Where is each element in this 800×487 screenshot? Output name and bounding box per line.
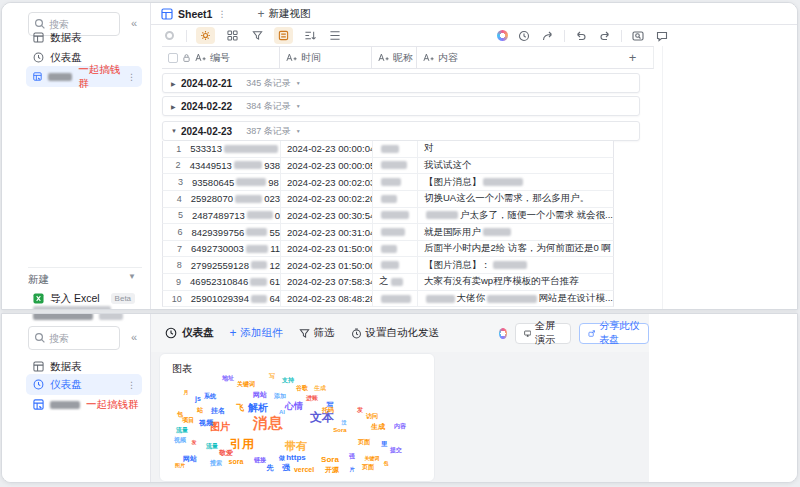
more-icon[interactable]: ⋮ [127,72,136,82]
row-layout-icon[interactable] [274,27,293,44]
sidebar-item-group-table[interactable]: 一起搞钱群 [26,394,142,415]
time-cell: 2024-02-23 00:02:20 [281,191,373,207]
sidebar-item-label: 一起搞钱群 [78,63,121,91]
caret-down-icon[interactable]: ▼ [171,128,181,134]
ai-magic-icon[interactable] [499,328,507,339]
filter-icon[interactable] [249,28,265,44]
sidebar-item-label: 数据表 [50,31,82,45]
table-row[interactable]: 5248748971302024-02-23 00:30:54户太多了，随便一个… [162,208,614,225]
bitable-icon [33,71,42,82]
table-row[interactable]: 68429399756552024-02-23 00:31:04就是国际用户 [162,224,614,241]
caret-right-icon[interactable]: ▶ [171,80,181,87]
search-icon [34,332,46,344]
chevron-down-icon[interactable]: ▼ [128,272,136,281]
grid-main: Sheet1 ⋮ + 新建视图 [151,3,797,309]
time-cell: 2024-02-23 00:00:05 [281,158,373,174]
nickname-cell [373,208,418,224]
table-row[interactable]: 2434495139382024-02-23 00:00:05我试试这个 [162,158,614,175]
text-field-type-icon [378,53,389,62]
add-widget-button[interactable]: + 添加组件 [230,326,283,340]
nickname-cell: 之 [373,274,418,290]
column-header[interactable]: 时间 [301,51,321,65]
wordcloud-word: AI [279,409,285,415]
table-row[interactable]: 76492730003112024-02-23 01:50:00后面半小时内是2… [162,241,614,258]
fullscreen-button[interactable]: 全屏演示 [515,323,571,344]
search-in-table-icon[interactable] [630,28,646,44]
table-row[interactable]: 1025901029394642024-02-23 08:48:28大佬你网站是… [162,291,614,308]
table-row[interactable]: 393580645982024-02-23 00:02:03【图片消息】 [162,174,614,191]
caret-down-icon[interactable]: ▼ [296,80,301,86]
nickname-cell [373,191,418,207]
divider [186,30,187,42]
undo-icon[interactable] [573,28,589,44]
sidebar-item-dashboard[interactable]: 仪表盘 ⋮ [26,374,142,395]
wordcloud-word: 内容 [394,423,406,429]
comment-icon[interactable] [654,28,670,44]
wordcloud-word: 网站 [253,391,267,398]
time-cell: 2024-02-23 00:31:04 [281,224,373,240]
column-header[interactable]: 昵称 [393,51,413,65]
select-all-checkbox[interactable] [168,53,178,63]
search-input[interactable] [49,327,117,349]
sidebar-item-datatable[interactable]: 数据表 [26,27,142,48]
caret-right-icon[interactable]: ▶ [171,103,181,110]
new-view-button[interactable]: + 新建视图 [257,7,310,21]
table-row[interactable]: 827992559128122024-02-23 01:50:00【图片消息】： [162,257,614,274]
grid-view-icon [161,8,173,20]
tab-sheet1[interactable]: Sheet1 [178,8,212,20]
wordcloud-word: 写 [269,373,275,379]
cell-text: 网站是在设计模... [539,292,613,305]
wordcloud-chart-card[interactable]: 图表 消息文本引用带有图片解析心情httpsSora挂名飞AI网站关键词地址写支… [159,353,435,482]
table-row[interactable]: 946952310846612024-02-23 07:58:34之大家有没有卖… [162,274,614,291]
text-field-type-icon [195,53,206,62]
cell-text: 之 [379,275,389,288]
sidebar-item-group-table[interactable]: 一起搞钱群 ⋮ [26,66,142,87]
table-row[interactable]: 15333132024-02-23 00:00:04对 [162,141,614,158]
caret-down-icon[interactable]: ▼ [296,103,301,109]
wordcloud-word: vercel [294,466,314,473]
sort-icon[interactable] [302,28,318,44]
redacted-text [381,211,409,219]
wordcloud-word: 敬爱 [219,449,233,456]
cell-text: 46952310846 [190,276,248,287]
auto-send-button[interactable]: 设置自动化发送 [351,326,440,340]
column-header[interactable]: 编号 [210,51,230,65]
ai-magic-icon[interactable] [497,30,508,41]
redacted-text [246,245,268,253]
group-band[interactable]: ▶2024-02-22384 条记录▼ [162,96,640,116]
lock-icon [182,53,191,63]
share-dashboard-button[interactable]: 分享此仪表盘 [579,323,649,344]
add-field-button[interactable]: + [612,46,654,69]
send-arrow-icon[interactable] [540,28,556,44]
field-config-icon[interactable] [196,27,215,44]
wordcloud-word: 没 [342,420,347,425]
view-toggle-icon[interactable] [161,28,177,44]
redacted-text [247,211,273,219]
table-row[interactable]: 4259280700232024-02-23 00:02:20切换UA这么一个小… [162,191,614,208]
row-height-icon[interactable] [327,28,343,44]
redacted-text [50,401,80,409]
redacted-text [483,228,511,236]
group-band[interactable]: ▶2024-02-21345 条记录▼ [162,73,640,93]
collapse-sidebar-icon[interactable]: « [131,331,137,343]
group-icon[interactable] [224,28,240,44]
wordcloud-word: 图片 [175,463,185,468]
filter-button[interactable]: 筛选 [299,326,335,340]
history-icon[interactable] [516,28,532,44]
cell-text: 大家有没有卖wp程序模板的平台推荐 [424,275,579,288]
redo-icon[interactable] [597,28,613,44]
nickname-cell [373,291,418,307]
column-header[interactable]: 内容 [438,51,458,65]
cell-text: 6492730003 [191,243,244,254]
dashboard-clock-icon [165,327,177,339]
sidebar-search[interactable] [28,326,120,350]
group-band[interactable]: ▼2024-02-23387 条记录▼ [162,121,640,141]
wordcloud-word: 生成 [371,423,385,430]
cell-text: 【图片消息】： [424,259,491,272]
tab-more-icon[interactable]: ⋮ [217,9,226,19]
caret-down-icon[interactable]: ▼ [296,128,301,134]
time-cell: 2024-02-23 01:50:00 [281,257,373,273]
group-date: 2024-02-23 [181,126,232,137]
wordcloud-word: 网站 [183,455,197,462]
more-icon[interactable]: ⋮ [127,380,136,390]
